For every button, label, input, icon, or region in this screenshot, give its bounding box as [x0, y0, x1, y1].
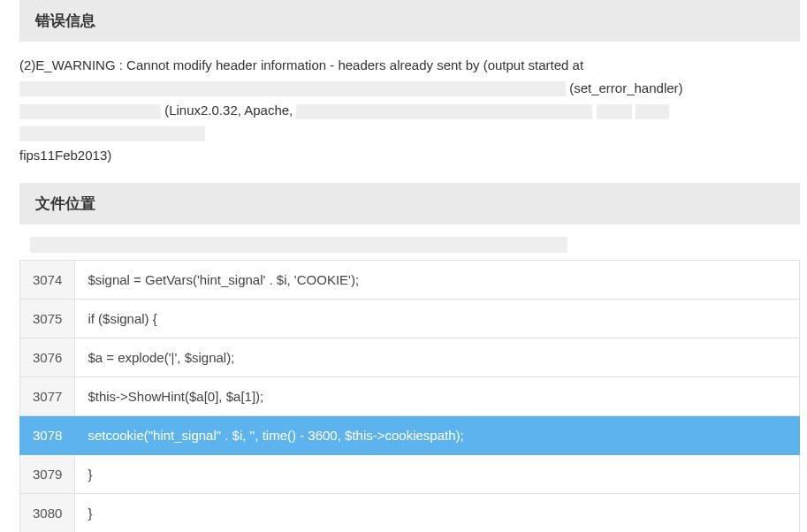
- redacted-path: [19, 81, 566, 96]
- line-number: 3077: [20, 376, 75, 415]
- code-listing-table: 3074$signal = GetVars('hint_signal' . $i…: [19, 260, 800, 532]
- redacted-segment: [296, 104, 592, 119]
- redacted-segment: [597, 104, 632, 119]
- error-info-header: 错误信息: [19, 0, 800, 42]
- error-text-prefix: (2)E_WARNING : Cannot modify header info…: [19, 57, 583, 72]
- redacted-segment: [19, 104, 161, 119]
- code-row: 3080}: [20, 493, 800, 532]
- redacted-segment: [636, 104, 669, 119]
- code-row: 3074$signal = GetVars('hint_signal' . $i…: [20, 260, 800, 299]
- code-row: 3075if ($signal) {: [20, 299, 800, 338]
- line-number: 3080: [20, 493, 75, 532]
- line-number: 3078: [20, 415, 75, 454]
- error-apache-text: (Linux2.0.32, Apache,: [161, 103, 293, 118]
- code-cell: }: [75, 493, 800, 532]
- line-number: 3074: [20, 260, 75, 299]
- error-message-block: (2)E_WARNING : Cannot modify header info…: [0, 42, 807, 183]
- code-cell: }: [75, 454, 800, 493]
- file-location-header: 文件位置: [19, 183, 800, 224]
- redacted-file-path: [30, 237, 567, 253]
- code-row: 3077$this->ShowHint($a[0], $a[1]);: [20, 376, 800, 415]
- code-cell: $a = explode('|', $signal);: [75, 338, 800, 376]
- code-row: 3078setcookie("hint_signal" . $i, '', ti…: [20, 415, 800, 454]
- code-row: 3076$a = explode('|', $signal);: [20, 338, 800, 376]
- code-cell: if ($signal) {: [75, 299, 800, 338]
- line-number: 3079: [20, 454, 75, 493]
- code-cell: $this->ShowHint($a[0], $a[1]);: [75, 376, 800, 415]
- error-handler-text: (set_error_handler): [569, 80, 682, 95]
- code-row: 3079}: [20, 454, 800, 493]
- line-number: 3076: [20, 338, 75, 376]
- redacted-segment: [19, 126, 205, 141]
- error-fips-text: fips11Feb2013): [19, 148, 111, 163]
- code-cell: $signal = GetVars('hint_signal' . $i, 'C…: [75, 260, 800, 299]
- line-number: 3075: [20, 299, 75, 338]
- code-cell: setcookie("hint_signal" . $i, '', time()…: [75, 415, 800, 454]
